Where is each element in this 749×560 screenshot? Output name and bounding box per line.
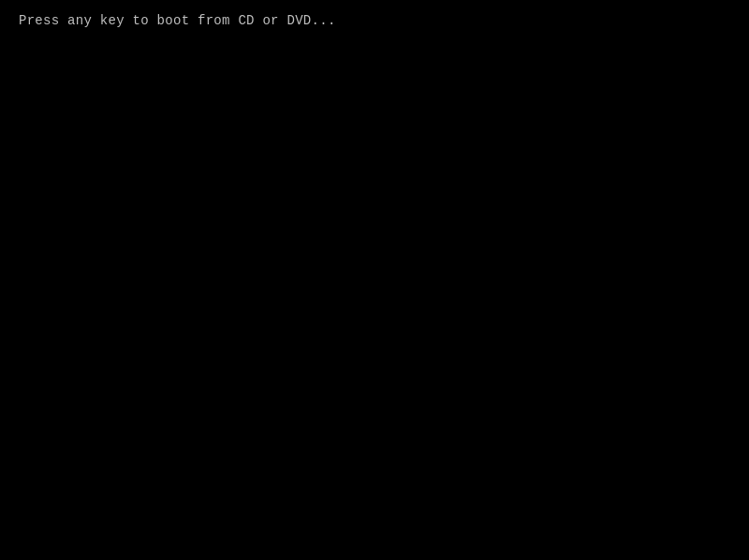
boot-screen: Press any key to boot from CD or DVD... bbox=[0, 0, 749, 560]
boot-message-text: Press any key to boot from CD or DVD... bbox=[19, 13, 336, 28]
